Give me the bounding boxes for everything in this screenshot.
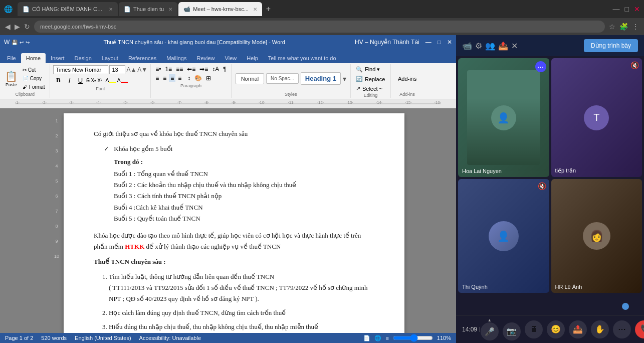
- document-area[interactable]: 12345678910 Có giới thiệu sơ qua về khóa…: [0, 108, 456, 333]
- tab-file[interactable]: File: [2, 53, 21, 63]
- sort-btn[interactable]: ↕A: [210, 65, 221, 73]
- mic-btn[interactable]: 🎤: [481, 322, 499, 340]
- word-close[interactable]: ✕: [447, 39, 452, 46]
- tab-references[interactable]: References: [123, 53, 161, 63]
- video-share-icon[interactable]: 📤: [498, 41, 508, 51]
- highlight-btn[interactable]: A: [105, 77, 116, 83]
- person-2-mute-icon: 🔇: [630, 61, 639, 69]
- justify-btn[interactable]: ≡: [176, 74, 183, 82]
- increase-indent-btn[interactable]: ➡≡: [198, 65, 209, 73]
- font-name-input[interactable]: [53, 65, 108, 74]
- mic-up-btn[interactable]: ▲: [488, 318, 492, 322]
- subscript-btn[interactable]: X₂: [91, 78, 96, 83]
- multilevel-btn[interactable]: ≡≡: [174, 65, 184, 73]
- word-minimize[interactable]: —: [425, 39, 432, 46]
- video-people-icon[interactable]: 👥: [485, 41, 495, 51]
- tab-home[interactable]: Home: [21, 53, 46, 63]
- forward-btn[interactable]: ▶: [15, 23, 20, 31]
- copy-btn[interactable]: 📄 Copy: [21, 75, 47, 82]
- refresh-btn[interactable]: ↻: [24, 23, 30, 31]
- cut-btn[interactable]: ✂ Cut: [21, 66, 47, 74]
- select-btn[interactable]: ↗Select ~: [354, 84, 387, 93]
- settings-icon[interactable]: ⋮: [632, 23, 639, 31]
- view-print-btn[interactable]: 📄: [363, 335, 370, 341]
- back-btn[interactable]: ◀: [5, 23, 11, 31]
- tab-2[interactable]: 📄 Thue dien tu ✕: [119, 2, 177, 16]
- tab-help[interactable]: Help: [242, 53, 263, 63]
- shrink-font-btn[interactable]: A▼: [137, 66, 147, 73]
- tab-design[interactable]: Design: [70, 53, 97, 63]
- window-close[interactable]: ✕: [634, 5, 640, 13]
- grow-font-btn[interactable]: A▲: [126, 66, 136, 73]
- paste-btn[interactable]: 📋 Paste: [3, 66, 20, 91]
- find-btn[interactable]: 🔍Find ▾: [354, 65, 387, 74]
- tab-insert[interactable]: Insert: [46, 53, 70, 63]
- underline-btn[interactable]: U: [75, 75, 85, 85]
- extension-icon[interactable]: 🧩: [619, 23, 628, 31]
- align-right-btn[interactable]: ≡: [169, 74, 175, 82]
- tab-3-active[interactable]: 📹 Meet – hws-krnv-bsc... ✕: [178, 2, 262, 16]
- word-user[interactable]: HV – Nguyễn Thành Tài: [355, 39, 419, 46]
- align-center-btn[interactable]: ≡: [161, 74, 168, 82]
- view-web-btn[interactable]: 🌐: [374, 335, 381, 341]
- video-cam-icon[interactable]: 📹: [462, 41, 472, 51]
- tab-1-close[interactable]: ✕: [109, 7, 113, 12]
- cam-btn[interactable]: 📷: [503, 322, 521, 340]
- hand-btn[interactable]: ✋: [591, 320, 609, 338]
- ribbon-body: 📋 Paste ✂ Cut 📄 Copy 🖌 Format Clipboard: [0, 63, 456, 99]
- stop-presentation-btn[interactable]: Dừng trình bày: [584, 39, 638, 52]
- word-maximize[interactable]: □: [438, 39, 441, 46]
- strikethrough-btn[interactable]: S̶: [86, 77, 90, 84]
- tab-mailings[interactable]: Mailings: [161, 53, 191, 63]
- format-painter-btn[interactable]: 🖌 Format: [21, 83, 47, 91]
- line-spacing-btn[interactable]: ↕: [186, 74, 192, 82]
- show-formatting-btn[interactable]: ¶: [222, 65, 228, 73]
- undo-btn[interactable]: ↩: [20, 40, 24, 45]
- screen-share-btn[interactable]: 🖥: [525, 320, 543, 338]
- style-normal[interactable]: Normal: [236, 73, 264, 84]
- url-bar[interactable]: meet.google.com/hws-krnv-bsc: [34, 21, 605, 33]
- decrease-indent-btn[interactable]: ⬅≡: [185, 65, 197, 73]
- tab-tell-me[interactable]: Tell me what you want to do: [263, 53, 341, 63]
- new-tab-btn[interactable]: +: [266, 5, 271, 14]
- present-btn[interactable]: 📤: [569, 320, 587, 338]
- replace-btn[interactable]: 🔄Replace: [354, 75, 387, 83]
- font-color-btn[interactable]: A: [117, 77, 127, 83]
- style-no-space[interactable]: No Spac...: [266, 73, 299, 84]
- window-restore[interactable]: □: [625, 5, 629, 13]
- video-settings-icon[interactable]: ⚙: [475, 41, 482, 51]
- tab-review[interactable]: Review: [192, 53, 220, 63]
- window-minimize[interactable]: —: [613, 5, 620, 13]
- tab-view[interactable]: View: [220, 53, 242, 63]
- style-heading1[interactable]: Heading 1: [301, 72, 341, 85]
- bullets-btn[interactable]: ≡•: [154, 65, 162, 73]
- more-btn[interactable]: ⋯: [613, 320, 631, 338]
- superscript-btn[interactable]: X²: [97, 78, 102, 83]
- align-left-btn[interactable]: ≡: [154, 74, 160, 82]
- addins-btn[interactable]: Add-ins: [394, 74, 420, 84]
- font-size-input[interactable]: [109, 65, 125, 74]
- tab-1[interactable]: 📄 CÓ HÀNG: ĐIỂM DANH CÁC KHÓ... ✕: [18, 2, 118, 16]
- styles-more-btn[interactable]: ▾: [343, 75, 346, 83]
- end-call-btn[interactable]: 📞: [635, 320, 644, 338]
- bookmark-icon[interactable]: ☆: [609, 23, 615, 31]
- person-2-avatar: T: [584, 105, 609, 130]
- person-1-name: Hoa Lai Nguyen: [462, 168, 502, 174]
- tab-2-close[interactable]: ✕: [168, 7, 172, 12]
- shading-btn[interactable]: 🎨: [193, 74, 203, 82]
- redo-btn[interactable]: ↪: [26, 40, 30, 45]
- tab-3-close[interactable]: ✕: [253, 7, 257, 12]
- person-1-more-btn[interactable]: ⋯: [535, 61, 546, 72]
- video-bottom-area: [456, 295, 644, 315]
- view-outline-btn[interactable]: ≡: [385, 335, 388, 341]
- italic-btn[interactable]: I: [64, 75, 74, 85]
- video-close-icon[interactable]: ✕: [511, 41, 518, 51]
- borders-btn[interactable]: ⊞: [204, 74, 212, 82]
- bold-btn[interactable]: B: [53, 75, 63, 85]
- save-btn[interactable]: 💾: [12, 40, 18, 45]
- numbering-btn[interactable]: 1≡: [163, 65, 173, 73]
- clipboard-group: 📋 Paste ✂ Cut 📄 Copy 🖌 Format Clipboard: [0, 64, 50, 98]
- zoom-slider[interactable]: [393, 334, 433, 342]
- tab-layout[interactable]: Layout: [97, 53, 123, 63]
- emoji-btn[interactable]: 😊: [547, 320, 565, 338]
